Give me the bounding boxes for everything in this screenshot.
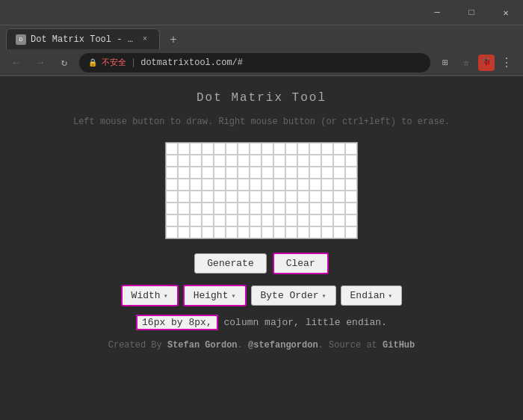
grid-cell[interactable] [178,191,190,203]
url-bar[interactable]: 🔒 不安全 | dotmatrixtool.com/# [79,53,430,72]
grid-cell[interactable] [333,191,345,203]
grid-cell[interactable] [285,167,297,179]
close-button[interactable]: ✕ [489,0,523,25]
grid-cell[interactable] [202,179,214,191]
grid-cell[interactable] [178,214,190,226]
grid-cell[interactable] [285,143,297,155]
grid-cell[interactable] [190,191,202,203]
grid-cell[interactable] [250,143,262,155]
grid-cell[interactable] [297,203,309,214]
grid-cell[interactable] [238,226,250,238]
clear-button[interactable]: Clear [273,253,329,274]
grid-cell[interactable] [214,143,226,155]
bookmark-icon[interactable]: ☆ [457,54,475,72]
grid-cell[interactable] [273,203,285,214]
grid-cell[interactable] [333,226,345,238]
grid-cell[interactable] [309,226,321,238]
grid-cell[interactable] [178,226,190,238]
grid-cell[interactable] [250,191,262,203]
grid-cell[interactable] [250,203,262,214]
grid-cell[interactable] [202,143,214,155]
dot-matrix-grid[interactable] [165,142,358,239]
grid-cell[interactable] [297,179,309,191]
maximize-button[interactable]: □ [454,0,489,25]
grid-cell[interactable] [226,143,238,155]
grid-cell[interactable] [309,191,321,203]
grid-cell[interactable] [190,143,202,155]
grid-cell[interactable] [214,191,226,203]
grid-cell[interactable] [226,179,238,191]
width-dropdown[interactable]: Width ▾ [121,285,179,306]
grid-cell[interactable] [190,203,202,214]
grid-cell[interactable] [178,203,190,214]
grid-cell[interactable] [333,214,345,226]
grid-cell[interactable] [238,167,250,179]
grid-cell[interactable] [214,179,226,191]
grid-cell[interactable] [273,167,285,179]
endian-dropdown[interactable]: Endian ▾ [341,285,403,306]
grid-cell[interactable] [297,226,309,238]
grid-cell[interactable] [262,167,273,179]
grid-cell[interactable] [333,143,345,155]
grid-cell[interactable] [273,214,285,226]
grid-cell[interactable] [226,203,238,214]
grid-cell[interactable] [214,226,226,238]
grid-cell[interactable] [309,203,321,214]
grid-cell[interactable] [273,226,285,238]
grid-cell[interactable] [214,167,226,179]
grid-cell[interactable] [273,191,285,203]
grid-cell[interactable] [166,155,178,167]
grid-cell[interactable] [285,179,297,191]
grid-cell[interactable] [262,226,273,238]
grid-cell[interactable] [262,191,273,203]
grid-cell[interactable] [238,203,250,214]
grid-cell[interactable] [202,191,214,203]
grid-cell[interactable] [250,167,262,179]
grid-cell[interactable] [202,226,214,238]
grid-cell[interactable] [202,203,214,214]
grid-cell[interactable] [309,155,321,167]
grid-cell[interactable] [226,167,238,179]
grid-cell[interactable] [321,179,333,191]
grid-cell[interactable] [285,214,297,226]
grid-cell[interactable] [226,191,238,203]
grid-cell[interactable] [262,143,273,155]
byte-order-dropdown[interactable]: Byte Order ▾ [251,285,336,306]
height-dropdown[interactable]: Height ▾ [183,285,247,306]
grid-cell[interactable] [309,167,321,179]
grid-cell[interactable] [214,155,226,167]
forward-button[interactable]: → [31,54,49,72]
grid-cell[interactable] [166,214,178,226]
generate-button[interactable]: Generate [194,253,266,274]
grid-cell[interactable] [166,167,178,179]
grid-cell[interactable] [297,155,309,167]
grid-cell[interactable] [321,191,333,203]
grid-cell[interactable] [262,214,273,226]
grid-cell[interactable] [238,214,250,226]
grid-cell[interactable] [190,155,202,167]
grid-cell[interactable] [238,191,250,203]
grid-cell[interactable] [226,155,238,167]
back-button[interactable]: ← [7,54,25,72]
new-tab-button[interactable]: + [164,31,182,49]
grid-cell[interactable] [345,214,357,226]
grid-cell[interactable] [297,167,309,179]
browser-menu-icon[interactable]: ⋮ [498,55,516,70]
grid-cell[interactable] [250,226,262,238]
grid-cell[interactable] [214,203,226,214]
grid-cell[interactable] [297,143,309,155]
grid-cell[interactable] [178,167,190,179]
tab-close-button[interactable]: × [140,34,150,45]
grid-cell[interactable] [190,214,202,226]
grid-cell[interactable] [297,191,309,203]
grid-cell[interactable] [345,191,357,203]
grid-cell[interactable] [321,214,333,226]
grid-cell[interactable] [202,167,214,179]
grid-cell[interactable] [345,167,357,179]
grid-cell[interactable] [166,143,178,155]
grid-cell[interactable] [262,155,273,167]
grid-cell[interactable] [250,179,262,191]
grid-cell[interactable] [178,179,190,191]
grid-cell[interactable] [250,155,262,167]
grid-cell[interactable] [238,143,250,155]
